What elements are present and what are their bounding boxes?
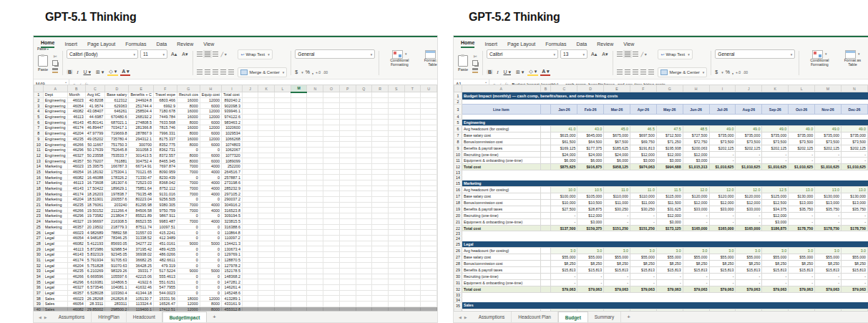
cell[interactable]: 46266 [67, 274, 85, 279]
cell[interactable] [388, 224, 404, 230]
cell[interactable] [421, 114, 437, 120]
row-header[interactable]: 13 [454, 170, 462, 175]
cell[interactable] [356, 197, 372, 203]
cell[interactable]: 46296 [67, 213, 85, 219]
row-header[interactable]: 12 [34, 153, 44, 158]
row-header[interactable]: 1 [454, 92, 462, 100]
cell[interactable]: 13.0 [789, 187, 815, 193]
sheet-tab-hiringplan[interactable]: HiringPlan [92, 312, 126, 322]
cell[interactable] [339, 224, 356, 230]
cell[interactable]: $202,125 [815, 145, 842, 151]
align-top-icon[interactable] [617, 52, 623, 57]
column-header-l[interactable]: L [789, 85, 815, 92]
month-header-cell[interactable]: Nov-26 [815, 105, 842, 115]
cell[interactable]: $67,500 [604, 138, 630, 145]
cell[interactable] [388, 120, 404, 125]
cell[interactable] [307, 208, 323, 213]
cell[interactable] [242, 142, 258, 148]
cell[interactable]: $169,125 [551, 145, 577, 151]
cell[interactable] [372, 169, 389, 175]
cell[interactable] [258, 191, 275, 197]
cell[interactable] [291, 296, 307, 302]
row-header[interactable]: 5 [454, 120, 462, 126]
conditional-formatting-button[interactable]: ▾ Conditional Formatting [383, 49, 416, 77]
column-header-f[interactable]: F [630, 85, 656, 92]
cell[interactable] [242, 241, 258, 246]
cell[interactable]: $177,375 [577, 145, 604, 151]
cell[interactable] [388, 274, 404, 279]
cell[interactable]: 646261 [105, 109, 129, 115]
cell[interactable]: Marketing [43, 202, 67, 208]
cell[interactable] [404, 175, 421, 180]
cell[interactable]: $735,000 [762, 132, 789, 138]
cell[interactable]: $3,000 [762, 218, 789, 225]
cell[interactable]: 11.5 [656, 187, 683, 193]
percent-format-button[interactable]: % [306, 69, 310, 74]
cell[interactable] [323, 202, 340, 208]
cell[interactable] [339, 302, 356, 307]
cell[interactable]: 48.5 [683, 126, 709, 132]
cell[interactable]: 46235 [67, 269, 85, 274]
row-header[interactable]: 27 [454, 254, 462, 261]
cell[interactable] [462, 175, 867, 180]
line-item-label-cell[interactable]: Avg headcount (for costing) [462, 126, 540, 132]
cell[interactable] [339, 230, 356, 236]
cell[interactable]: $110,000 [604, 193, 630, 200]
cell[interactable]: $12,000 [683, 151, 709, 158]
column-header-g[interactable]: G [177, 85, 200, 92]
cell[interactable]: $1,010,625 [709, 164, 736, 170]
cell[interactable]: Marketing [43, 191, 67, 197]
cell[interactable]: 36682.25 [129, 257, 154, 263]
cell[interactable] [242, 169, 258, 175]
text-orientation-icon[interactable]: ╱ ▾ [220, 52, 226, 57]
cell[interactable] [356, 213, 372, 219]
cell[interactable] [275, 130, 291, 136]
cell[interactable] [242, 153, 258, 158]
column-header-d[interactable]: D [577, 85, 604, 92]
cell[interactable] [258, 235, 275, 241]
cell[interactable]: 300700 [129, 142, 154, 148]
cell[interactable]: 0 [200, 279, 221, 285]
cell[interactable]: 26.28268 [85, 296, 104, 302]
cell[interactable] [291, 290, 307, 296]
cell[interactable] [372, 142, 389, 148]
cell[interactable]: Engineering [43, 103, 67, 109]
cell[interactable]: $8,250 [551, 261, 577, 267]
cell[interactable] [258, 147, 275, 153]
cell[interactable] [275, 202, 291, 208]
cell[interactable]: $24,000 [604, 151, 630, 158]
cell[interactable]: 91705.63 [105, 257, 129, 263]
cell[interactable] [372, 185, 389, 191]
cell[interactable]: - [841, 279, 867, 286]
cell[interactable] [242, 263, 258, 269]
cell[interactable]: 134421.3 [222, 241, 243, 246]
cell[interactable]: $79,063 [736, 286, 762, 292]
cell[interactable] [307, 257, 323, 263]
cell[interactable] [421, 274, 437, 279]
row-header[interactable]: 31 [454, 279, 462, 286]
align-middle-icon[interactable] [625, 52, 630, 57]
cell[interactable] [323, 180, 340, 186]
cell[interactable]: 103360.4 [105, 290, 129, 296]
paste-button[interactable]: Paste [38, 55, 48, 72]
cell[interactable] [372, 158, 389, 164]
cell[interactable]: 0 [177, 290, 200, 296]
cell[interactable]: Engineering [43, 142, 67, 148]
cell[interactable] [540, 105, 551, 115]
cell[interactable] [372, 279, 389, 285]
cell[interactable] [242, 163, 258, 169]
cell[interactable]: 9131.016 [153, 191, 177, 197]
cell[interactable]: 0 [200, 213, 221, 219]
cell[interactable]: 37195.42 [129, 246, 154, 252]
ribbon-tab-home[interactable]: Home [461, 40, 474, 48]
cell[interactable] [242, 251, 258, 257]
cell[interactable]: $55,000 [841, 254, 867, 261]
cell[interactable]: 87511.74 [129, 224, 154, 230]
cell[interactable] [275, 197, 291, 203]
cell[interactable]: 6803.466 [153, 97, 177, 103]
cell[interactable]: $191,813 [630, 145, 656, 151]
cell[interactable]: 16.46088 [85, 175, 104, 180]
cell[interactable]: Marketing [43, 175, 67, 180]
cell[interactable]: - [815, 158, 842, 164]
cell[interactable]: Equip cost [200, 92, 221, 98]
